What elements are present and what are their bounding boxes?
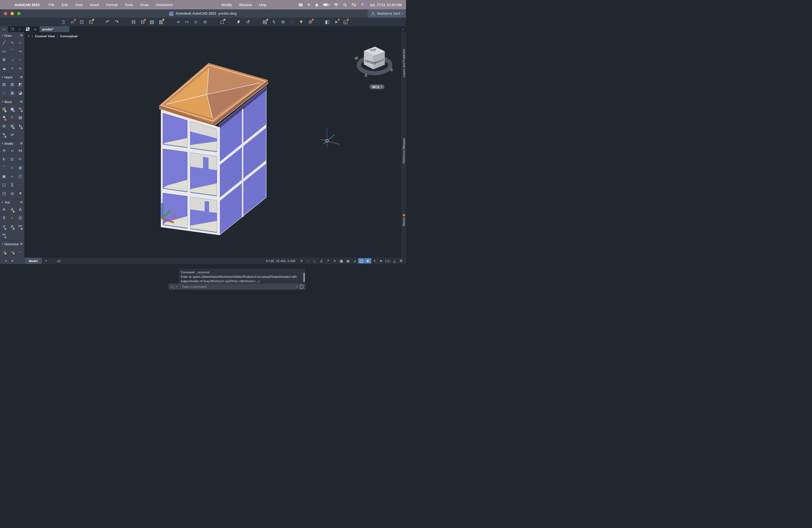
batch-plot-icon[interactable]: ⊟ bbox=[138, 18, 147, 26]
import-text-icon[interactable]: ¶ bbox=[0, 214, 8, 222]
section-gear-icon[interactable]: ⚙ bbox=[20, 100, 23, 104]
battery-icon[interactable] bbox=[323, 3, 329, 6]
section-gear-icon[interactable]: ⚙ bbox=[20, 242, 23, 246]
drawing-compare-icon[interactable]: ◧ bbox=[323, 18, 332, 26]
move-3d-icon[interactable]: ◰ bbox=[16, 172, 24, 180]
palette-list-icon[interactable]: ≡ bbox=[11, 259, 13, 263]
menu-edit[interactable]: Edit bbox=[58, 3, 71, 7]
section-header-draw[interactable]: ▾Draw⚙ bbox=[0, 33, 24, 38]
lineweight-icon[interactable]: ≡ bbox=[332, 258, 338, 263]
play-circle-icon[interactable]: ◉ bbox=[315, 3, 318, 7]
trim-icon[interactable]: ✂ bbox=[16, 155, 24, 163]
point-style-icon[interactable]: ∴ bbox=[288, 18, 296, 26]
stretch-icon[interactable]: ⊡ bbox=[8, 155, 16, 163]
save-to-web-icon[interactable]: ⊕ bbox=[201, 18, 209, 26]
helix-icon[interactable]: ∿ bbox=[16, 64, 24, 72]
attribute-manager-icon[interactable]: ▤ bbox=[16, 113, 24, 121]
undo-icon[interactable]: ↶ bbox=[103, 18, 112, 26]
text-underline-icon[interactable]: A bbox=[16, 205, 24, 214]
grid-icon[interactable]: # bbox=[299, 258, 305, 263]
menu-tools[interactable]: Tools bbox=[121, 3, 136, 7]
superhatch-icon[interactable]: ▦ bbox=[8, 88, 16, 97]
new-file-icon[interactable]: ▯ bbox=[59, 18, 68, 26]
multiline-icon[interactable]: ≣ bbox=[0, 55, 8, 64]
layout-tab-a3[interactable]: a3 bbox=[50, 258, 68, 264]
wcs-dropdown[interactable]: WCS ▾ bbox=[369, 85, 385, 89]
section-gear-icon[interactable]: ⚙ bbox=[20, 75, 23, 79]
control-center-icon[interactable] bbox=[352, 3, 356, 6]
settings-gear-icon[interactable]: ⚙ bbox=[398, 258, 404, 263]
text-style-icon[interactable]: ≡ bbox=[0, 222, 8, 231]
save-icon[interactable]: ⊡ bbox=[77, 18, 86, 26]
annotation-scale-label[interactable]: 1:1▾ bbox=[385, 258, 391, 263]
edit-block-icon[interactable]: ✎ bbox=[16, 104, 24, 113]
redo-icon[interactable]: ↷ bbox=[112, 18, 121, 26]
close-window-button[interactable] bbox=[4, 12, 7, 15]
section-header-block[interactable]: ▾Block⚙ bbox=[0, 99, 24, 104]
circle-icon[interactable]: ○ bbox=[16, 38, 24, 47]
annotation-visibility-icon[interactable]: △ bbox=[391, 258, 398, 263]
share-icon[interactable]: ➤ bbox=[332, 18, 341, 26]
text-update-icon[interactable]: A bbox=[8, 222, 16, 231]
fillet-icon[interactable]: ⌒ bbox=[0, 163, 8, 172]
attribute-edit-icon[interactable]: ✎ bbox=[0, 130, 8, 138]
measure-icon[interactable]: ⊘ bbox=[306, 18, 315, 26]
spline-icon[interactable]: ∾ bbox=[16, 47, 24, 55]
object-snap-3d-icon[interactable]: ➤ bbox=[378, 258, 385, 263]
menu-file[interactable]: File bbox=[45, 3, 58, 7]
array-icon[interactable]: ▦ bbox=[16, 163, 24, 172]
wifi-icon[interactable] bbox=[334, 3, 338, 6]
join-icon[interactable]: →← bbox=[16, 180, 24, 189]
user-account-button[interactable]: Madalena Sant ▾ bbox=[367, 10, 406, 18]
spotlight-search-icon[interactable] bbox=[343, 3, 347, 6]
explode-icon[interactable]: ◎ bbox=[8, 189, 16, 197]
section-gear-icon[interactable]: ⚙ bbox=[20, 34, 23, 37]
palette-tab-layers-and-properties[interactable]: Layers and Properties bbox=[401, 43, 406, 83]
section-gear-icon[interactable]: ⚙ bbox=[20, 201, 23, 204]
insert-block-icon[interactable]: ⊞ bbox=[0, 104, 8, 113]
break-icon[interactable]: ╳ bbox=[8, 180, 16, 189]
drawing-canvas[interactable]: + | Custom View | Conceptual bbox=[25, 32, 401, 258]
snap-icon[interactable]: ∷ bbox=[305, 258, 311, 263]
model-tab[interactable]: Model bbox=[25, 258, 42, 264]
quick-calc-icon[interactable]: ϟ bbox=[269, 18, 278, 26]
section-header-text[interactable]: ▾Text⚙ bbox=[0, 200, 24, 205]
new-block-icon[interactable]: ⊞ bbox=[8, 121, 16, 130]
object-snap-icon[interactable]: ▢ bbox=[358, 258, 365, 263]
edit-text-icon[interactable]: A bbox=[8, 205, 16, 214]
app-switcher-icon[interactable] bbox=[299, 3, 302, 6]
print-icon[interactable]: ⊟ bbox=[129, 18, 138, 26]
line-icon[interactable]: ╱ bbox=[0, 38, 8, 47]
move-icon[interactable]: ✛ bbox=[0, 146, 8, 155]
section-header-modify[interactable]: ▾Modify⚙ bbox=[0, 141, 24, 146]
page-setup-icon[interactable]: ▥ bbox=[156, 18, 165, 26]
layout-grid-icon[interactable] bbox=[26, 27, 30, 31]
new-drawing-tab-button[interactable]: + bbox=[32, 26, 39, 32]
menu-dimension[interactable]: Dimension bbox=[152, 3, 176, 7]
hatch-icon[interactable]: ▨ bbox=[0, 80, 8, 88]
sync-attributes-icon[interactable]: ↻ bbox=[16, 121, 24, 130]
polar-tracking-icon[interactable]: ∠ bbox=[318, 258, 325, 263]
add-palette-tool-icon[interactable]: + bbox=[5, 259, 7, 263]
properties-icon[interactable]: ▤ bbox=[260, 18, 269, 26]
quick-dimension-icon[interactable]: ↔ bbox=[0, 247, 8, 255]
pdf-tools-icon[interactable]: PDF bbox=[0, 231, 8, 239]
menu-draw[interactable]: Draw bbox=[137, 3, 152, 7]
ellipse-icon[interactable]: ○ bbox=[16, 55, 24, 64]
viewcube[interactable]: W S E TOP FRONT RIGHT bbox=[353, 43, 395, 85]
drawing-tab-predio[interactable]: predio* bbox=[40, 26, 69, 32]
more-viewports-button[interactable]: » bbox=[17, 26, 23, 32]
align-icon[interactable]: ◳ bbox=[0, 189, 8, 197]
write-block-icon[interactable]: ⊟ bbox=[0, 121, 8, 130]
section-header-hatch[interactable]: ▾Hatch⚙ bbox=[0, 75, 24, 80]
stag-app-icon[interactable]: Ѱ bbox=[307, 3, 310, 7]
plot-preview-icon[interactable]: ▤ bbox=[147, 18, 156, 26]
object-snap-tracking-icon[interactable]: ➤ bbox=[365, 258, 371, 263]
open-file-icon[interactable]: ▱ bbox=[68, 18, 77, 26]
zoom-window-button[interactable] bbox=[17, 12, 20, 15]
revision-cloud-icon[interactable]: ☁ bbox=[0, 64, 8, 72]
scale-icon[interactable]: ◱ bbox=[0, 180, 8, 189]
pdf-import-text-icon[interactable]: PDF bbox=[16, 222, 24, 231]
performance-icon[interactable]: ◱ bbox=[341, 18, 350, 26]
create-block-icon[interactable]: ▣ bbox=[8, 104, 16, 113]
